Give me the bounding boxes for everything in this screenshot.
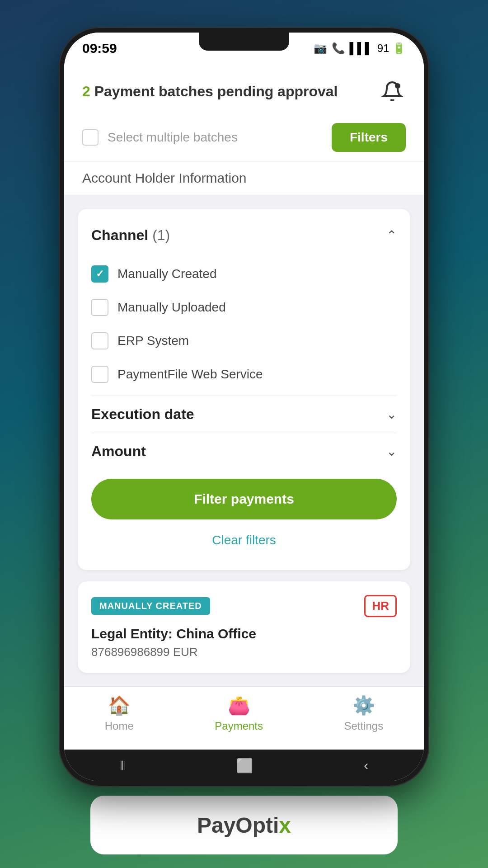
android-home-icon[interactable]: ⬜ (236, 758, 253, 774)
amount-title: Amount (91, 443, 146, 460)
svg-point-0 (395, 83, 400, 89)
manually-created-label: Manually Created (117, 267, 216, 281)
channel-option-manually-uploaded[interactable]: Manually Uploaded (91, 291, 397, 324)
account-holder-info-label: Account Holder Information (64, 161, 424, 195)
settings-label: Settings (344, 720, 384, 732)
payments-icon: 👛 (228, 695, 250, 716)
phone-notch (199, 33, 289, 51)
header-title-text: Payment batches pending approval (94, 83, 338, 99)
select-multiple-label: Select multiple batches (108, 130, 238, 145)
nav-item-home[interactable]: 🏠 Home (105, 695, 134, 732)
manually-uploaded-label: Manually Uploaded (117, 300, 226, 315)
main-content: Channel (1) ⌃ Manually Created Manually … (64, 195, 424, 686)
manually-uploaded-checkbox[interactable] (91, 299, 108, 316)
nav-item-payments[interactable]: 👛 Payments (215, 695, 263, 732)
phone-screen: 09:59 📷 📞 ▌▌▌ 91 🔋 2 Payment batches pen… (64, 33, 424, 781)
execution-date-section[interactable]: Execution date ⌄ (91, 396, 397, 433)
home-icon: 🏠 (108, 695, 131, 716)
execution-date-chevron-down-icon: ⌄ (386, 407, 397, 422)
status-icons: 📷 📞 ▌▌▌ 91 🔋 (314, 42, 406, 55)
brand-x: x (279, 813, 291, 837)
channel-option-payment-file[interactable]: PaymentFile Web Service (91, 358, 397, 391)
execution-date-title: Execution date (91, 406, 194, 423)
manually-created-badge: MANUALLY CREATED (91, 597, 210, 615)
amount-chevron-down-icon: ⌄ (386, 444, 397, 459)
home-label: Home (105, 720, 134, 732)
page-title: 2 Payment batches pending approval (82, 83, 379, 100)
photo-icon: 📷 (314, 42, 327, 55)
batch-amount: 876896986899 EUR (91, 645, 397, 659)
bottom-nav: 🏠 Home 👛 Payments ⚙️ Settings (64, 686, 424, 750)
channel-option-erp-system[interactable]: ERP System (91, 324, 397, 358)
batch-entity-label: Legal Entity: China Office (91, 626, 397, 642)
status-time: 09:59 (82, 41, 117, 56)
android-recent-icon[interactable]: ⦀ (120, 758, 126, 774)
channel-option-manually-created[interactable]: Manually Created (91, 257, 397, 291)
android-back-icon[interactable]: ‹ (364, 758, 368, 773)
battery-icon: 91 🔋 (377, 42, 406, 55)
toolbar: Select multiple batches Filters (64, 114, 424, 161)
filter-card: Channel (1) ⌃ Manually Created Manually … (78, 209, 410, 570)
channel-title: Channel (1) (91, 227, 170, 244)
page-header: 2 Payment batches pending approval (64, 64, 424, 114)
channel-chevron-up-icon: ⌃ (386, 228, 397, 243)
payment-file-label: PaymentFile Web Service (117, 367, 263, 382)
clear-filters-button[interactable]: Clear filters (91, 524, 397, 557)
filter-payments-button[interactable]: Filter payments (91, 479, 397, 519)
phone-icon: 📞 (332, 42, 345, 55)
batch-card[interactable]: MANUALLY CREATED HR Legal Entity: China … (78, 581, 410, 673)
nav-item-settings[interactable]: ⚙️ Settings (344, 695, 384, 732)
signal-icon: ▌▌▌ (350, 42, 373, 55)
notification-bell-icon[interactable] (379, 78, 406, 105)
hr-badge: HR (364, 595, 397, 617)
phone-shell: 09:59 📷 📞 ▌▌▌ 91 🔋 2 Payment batches pen… (59, 27, 429, 787)
brand-bar: PayOptix (90, 796, 398, 854)
payments-label: Payments (215, 720, 263, 732)
channel-section-header[interactable]: Channel (1) ⌃ (91, 222, 397, 253)
channel-options-list: Manually Created Manually Uploaded ERP S… (91, 253, 397, 396)
pending-count: 2 (82, 83, 90, 99)
filters-button[interactable]: Filters (332, 123, 406, 152)
settings-icon: ⚙️ (352, 695, 375, 716)
brand-name: PayOptix (197, 813, 291, 838)
select-all-checkbox[interactable] (82, 129, 99, 146)
erp-system-checkbox[interactable] (91, 332, 108, 349)
payment-file-checkbox[interactable] (91, 366, 108, 383)
amount-section[interactable]: Amount ⌄ (91, 433, 397, 470)
android-nav-bar: ⦀ ⬜ ‹ (64, 750, 424, 781)
erp-system-label: ERP System (117, 334, 189, 348)
batch-card-header: MANUALLY CREATED HR (91, 595, 397, 617)
manually-created-checkbox[interactable] (91, 265, 108, 283)
channel-count: (1) (152, 227, 170, 243)
select-multiple-row: Select multiple batches (82, 129, 238, 146)
